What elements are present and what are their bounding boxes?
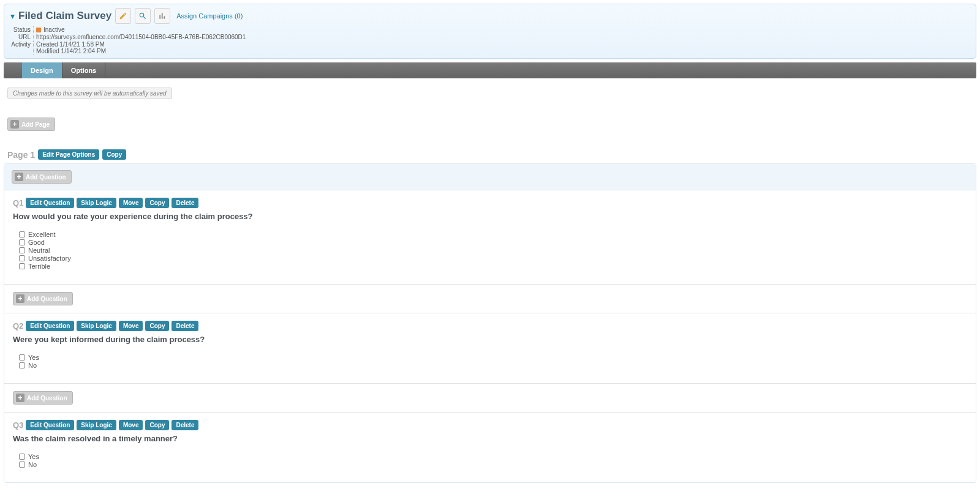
option-item[interactable]: Yes xyxy=(19,354,967,361)
plus-icon: + xyxy=(16,294,24,303)
status-dot-icon xyxy=(36,28,41,32)
checkbox-icon xyxy=(19,461,25,468)
option-label: Unsatisfactory xyxy=(28,255,71,262)
edit-question-button[interactable]: Edit Question xyxy=(26,321,74,331)
activity-value: Created 1/14/21 1:58 PM Modified 1/14/21… xyxy=(36,41,970,54)
add-question-button[interactable]: +Add Question xyxy=(13,292,73,305)
edit-question-button[interactable]: Edit Question xyxy=(26,198,74,208)
option-label: Yes xyxy=(28,354,39,361)
survey-title: Filed Claim Survey xyxy=(18,10,111,22)
option-item[interactable]: No xyxy=(19,362,967,369)
page-title: Page 1 xyxy=(7,150,35,160)
plus-icon: + xyxy=(15,173,23,181)
copy-button[interactable]: Copy xyxy=(145,321,169,331)
question-number: Q3 xyxy=(13,420,23,430)
edit-question-button[interactable]: Edit Question xyxy=(26,420,74,430)
status-value: Inactive xyxy=(36,26,970,33)
copy-button[interactable]: Copy xyxy=(145,198,169,208)
question-text: Were you kept informed during the claim … xyxy=(13,335,967,344)
checkbox-icon xyxy=(19,239,25,245)
checkbox-icon xyxy=(19,362,25,368)
move-button[interactable]: Move xyxy=(119,198,143,208)
option-item[interactable]: Excellent xyxy=(19,231,967,238)
plus-icon: + xyxy=(10,120,19,129)
page-body: + Add Question Q1Edit QuestionSkip Logic… xyxy=(4,163,976,483)
option-label: No xyxy=(28,362,37,369)
question-block: Q2Edit QuestionSkip LogicMoveCopyDeleteW… xyxy=(4,313,976,383)
autosave-note: Changes made to this survey will be auto… xyxy=(7,88,172,99)
option-item[interactable]: Unsatisfactory xyxy=(19,255,967,262)
edit-icon[interactable] xyxy=(115,8,131,24)
delete-button[interactable]: Delete xyxy=(172,198,198,208)
option-label: Terrible xyxy=(28,263,50,270)
skip-logic-button[interactable]: Skip Logic xyxy=(77,321,116,331)
question-text: Was the claim resolved in a timely manne… xyxy=(13,434,967,443)
delete-button[interactable]: Delete xyxy=(172,321,198,331)
option-label: Excellent xyxy=(28,231,56,238)
delete-button[interactable]: Delete xyxy=(172,420,198,430)
activity-label: Activity xyxy=(10,41,34,54)
edit-page-options-button[interactable]: Edit Page Options xyxy=(38,149,99,160)
option-label: Good xyxy=(28,239,45,246)
search-icon[interactable] xyxy=(135,8,151,24)
checkbox-icon xyxy=(19,231,25,237)
question-text: How would you rate your experience durin… xyxy=(13,212,967,221)
checkbox-icon xyxy=(19,454,25,460)
status-label: Status xyxy=(10,26,34,33)
option-item[interactable]: Neutral xyxy=(19,247,967,254)
collapse-toggle[interactable]: ▾ xyxy=(10,11,15,21)
assign-campaigns-link[interactable]: Assign Campaigns (0) xyxy=(176,12,243,20)
chart-icon[interactable] xyxy=(154,8,170,24)
add-question-button-top[interactable]: + Add Question xyxy=(12,170,72,184)
option-label: Yes xyxy=(28,453,39,460)
tab-design[interactable]: Design xyxy=(22,62,62,78)
tab-options[interactable]: Options xyxy=(62,62,106,78)
url-label: URL xyxy=(10,34,34,40)
option-label: Neutral xyxy=(28,247,50,254)
question-block: Q1Edit QuestionSkip LogicMoveCopyDeleteH… xyxy=(4,190,976,284)
add-page-button[interactable]: + Add Page xyxy=(7,118,55,131)
add-question-button[interactable]: +Add Question xyxy=(13,391,73,405)
skip-logic-button[interactable]: Skip Logic xyxy=(77,420,116,430)
question-number: Q1 xyxy=(13,198,23,207)
copy-page-button[interactable]: Copy xyxy=(102,149,126,160)
option-item[interactable]: No xyxy=(19,461,967,468)
checkbox-icon xyxy=(19,263,25,269)
option-item[interactable]: Good xyxy=(19,239,967,246)
url-value: https://surveys.emfluence.com/D4011504-0… xyxy=(36,34,970,40)
option-label: No xyxy=(28,461,37,468)
checkbox-icon xyxy=(19,354,25,361)
checkbox-icon xyxy=(19,247,25,253)
question-block: Q3Edit QuestionSkip LogicMoveCopyDeleteW… xyxy=(4,412,976,482)
skip-logic-button[interactable]: Skip Logic xyxy=(77,198,116,208)
option-item[interactable]: Terrible xyxy=(19,263,967,270)
question-number: Q2 xyxy=(13,321,23,331)
move-button[interactable]: Move xyxy=(119,321,143,331)
move-button[interactable]: Move xyxy=(119,420,143,430)
survey-header-panel: ▾ Filed Claim Survey Assign Campaigns (0… xyxy=(4,4,976,59)
plus-icon: + xyxy=(16,394,24,402)
copy-button[interactable]: Copy xyxy=(145,420,169,430)
tab-bar: Design Options xyxy=(4,62,976,78)
checkbox-icon xyxy=(19,255,25,261)
option-item[interactable]: Yes xyxy=(19,453,967,460)
